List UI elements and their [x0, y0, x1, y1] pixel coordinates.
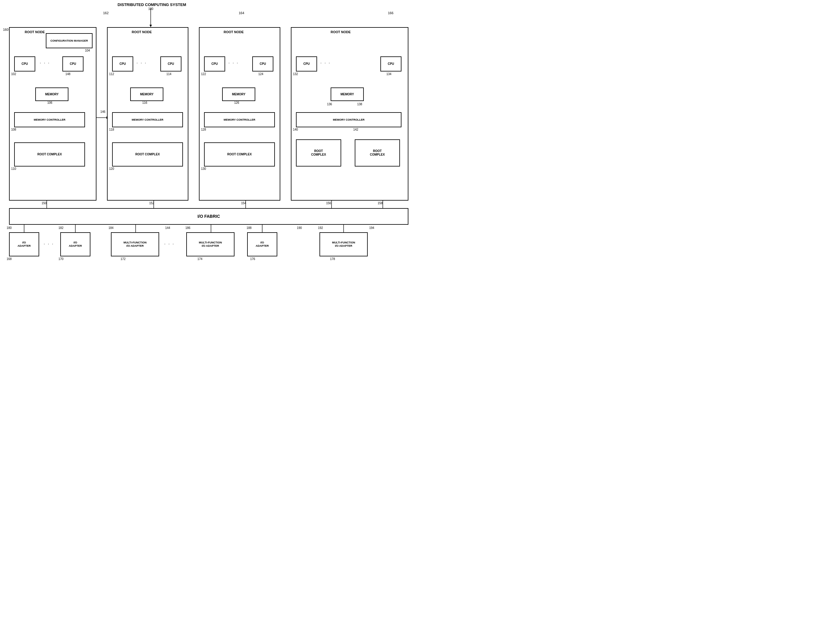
memctrl-160: MEMORY CONTROLLER — [14, 112, 85, 127]
ref-102: 102 — [11, 72, 16, 76]
io-adapter-168: I/OADAPTER — [9, 232, 39, 257]
node-164-label: ROOT NODE — [224, 30, 244, 34]
ref-104: 104 — [85, 49, 90, 52]
ref-122: 122 — [201, 72, 206, 76]
ref-106: 106 — [47, 101, 53, 104]
ref-128: 128 — [201, 128, 206, 131]
ref-124: 124 — [258, 72, 263, 76]
dots-node166: · · · — [321, 60, 331, 65]
ref-186: 186 — [185, 226, 191, 230]
rootcomplex-162: ROOT COMPLEX — [112, 142, 183, 166]
node-166: ROOT NODE 166 CPU 132 · · · CPU 134 MEMO… — [291, 27, 408, 201]
ref-162: 162 — [103, 11, 108, 15]
ref-118: 118 — [109, 128, 114, 131]
ref-182: 182 — [59, 226, 64, 230]
dots-adapters1: · · · — [44, 241, 54, 246]
ref-166: 166 — [388, 11, 393, 15]
io-adapter-170: I/OADAPTER — [60, 232, 90, 257]
ref-146: 146 — [100, 110, 105, 113]
ref-152: 152 — [149, 202, 154, 205]
ref-154: 154 — [241, 202, 246, 205]
ref-110: 110 — [11, 167, 16, 170]
rootcomplex-164: ROOT COMPLEX — [204, 142, 275, 166]
ref-164: 164 — [239, 11, 244, 15]
memctrl-166: MEMORY CONTROLLER — [296, 112, 401, 127]
ref-108: 108 — [11, 128, 16, 131]
ref-100: 100 — [148, 7, 153, 11]
ref-116: 116 — [142, 101, 147, 104]
cpu-148: CPU — [62, 56, 84, 72]
io-adapter-178: MULTI-FUNCTIONI/O ADAPTER — [319, 232, 368, 257]
ref-150: 150 — [42, 202, 47, 205]
svg-marker-1 — [149, 25, 152, 27]
ref-132: 132 — [293, 72, 298, 76]
ref-138: 138 — [357, 103, 362, 106]
node-164: ROOT NODE 164 CPU 122 · · · CPU 124 MEMO… — [199, 27, 280, 201]
node-166-label: ROOT NODE — [331, 30, 351, 34]
rootcomplex-166a: ROOTCOMPLEX — [296, 139, 341, 166]
ref-192: 192 — [318, 226, 323, 230]
ref-134: 134 — [386, 72, 392, 76]
cpu-124: CPU — [252, 56, 273, 72]
ref-140: 140 — [293, 128, 298, 131]
cpu-134: CPU — [380, 56, 401, 72]
memory-160: MEMORY — [35, 87, 68, 101]
ref-120: 120 — [109, 167, 114, 170]
cpu-114: CPU — [160, 56, 181, 72]
memory-164: MEMORY — [222, 87, 255, 101]
ref-142: 142 — [353, 128, 358, 131]
ref-168: 168 — [7, 257, 12, 261]
ref-188: 188 — [246, 226, 252, 230]
ref-180: 180 — [7, 226, 12, 230]
dots-node162: · · · — [136, 60, 147, 65]
ref-172: 172 — [121, 257, 126, 261]
ref-176: 176 — [250, 257, 255, 261]
diagram-title: DISTRIBUTED COMPUTING SYSTEM — [118, 2, 186, 7]
ref-136: 136 — [327, 103, 332, 106]
io-adapter-174: MULTI-FUNCTIONI/O ADAPTER — [186, 232, 234, 257]
rootcomplex-160: ROOT COMPLEX — [14, 142, 85, 166]
ref-148: 148 — [65, 72, 71, 76]
cpu-112: CPU — [112, 56, 133, 72]
io-adapter-176: I/OADAPTER — [247, 232, 277, 257]
rootcomplex-166b: ROOTCOMPLEX — [355, 139, 400, 166]
cpu-122: CPU — [204, 56, 225, 72]
ref-130: 130 — [201, 167, 206, 170]
ref-194: 194 — [369, 226, 374, 230]
node-162: ROOT NODE 162 CPU 112 · · · CPU 114 MEMO… — [107, 27, 188, 201]
cpu-132: CPU — [296, 56, 317, 72]
io-adapter-172: MULTI-FUNCTIONI/O ADAPTER — [111, 232, 159, 257]
ref-160: 160 — [3, 28, 8, 31]
ref-190: 190 — [297, 226, 302, 230]
ref-114: 114 — [166, 72, 172, 76]
memctrl-162: MEMORY CONTROLLER — [112, 112, 183, 127]
dots-node164: · · · — [228, 60, 239, 65]
cpu-102: CPU — [14, 56, 35, 72]
dots-node160: · · · — [40, 60, 50, 65]
node-160-label: ROOT NODE — [25, 30, 45, 34]
memory-166: MEMORY — [331, 87, 364, 101]
config-manager-box: CONFIGURATION MANAGER — [46, 33, 93, 48]
node-160: ROOT NODE CONFIGURATION MANAGER 104 160 … — [9, 27, 96, 201]
ref-170: 170 — [59, 257, 64, 261]
ref-174: 174 — [197, 257, 203, 261]
ref-112: 112 — [109, 72, 114, 76]
memory-162: MEMORY — [130, 87, 163, 101]
memctrl-164: MEMORY CONTROLLER — [204, 112, 275, 127]
dots-adapters2: · · · — [164, 241, 175, 246]
ref-156: 156 — [326, 202, 331, 205]
node-162-label: ROOT NODE — [132, 30, 152, 34]
ref-178: 178 — [330, 257, 335, 261]
ref-126: 126 — [234, 101, 239, 104]
io-fabric: I/O FABRIC — [9, 208, 408, 225]
ref-158: 158 — [378, 202, 383, 205]
ref-144: 144 — [165, 226, 170, 230]
ref-184: 184 — [108, 226, 114, 230]
